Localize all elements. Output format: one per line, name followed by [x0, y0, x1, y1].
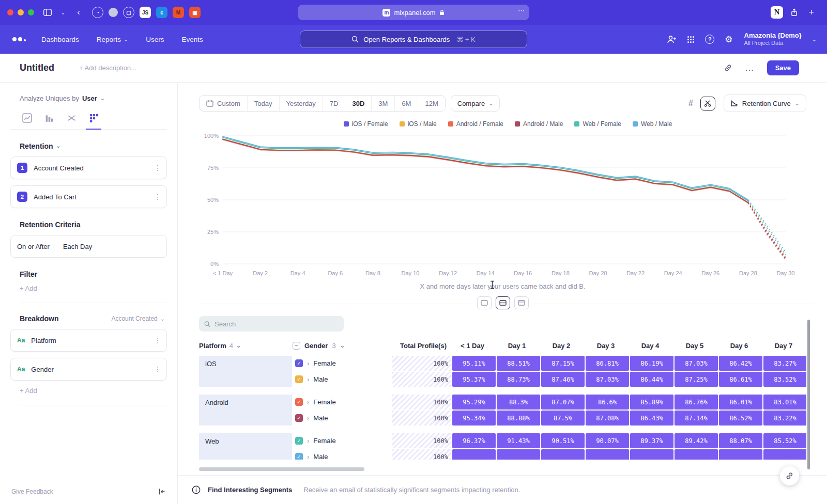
extension-blue-c-icon[interactable]: c: [156, 7, 167, 18]
gender-cell[interactable]: ✓›Male: [293, 449, 391, 460]
maximize-window-button[interactable]: [28, 9, 34, 15]
retention-value-cell[interactable]: 91.43%: [497, 433, 540, 448]
column-header-day-7[interactable]: Day 7: [762, 342, 805, 350]
extension-cube-icon[interactable]: ▢: [123, 7, 134, 18]
analyze-entity-dropdown[interactable]: User: [82, 94, 97, 102]
expand-chevron-icon[interactable]: ›: [307, 375, 309, 383]
share-icon[interactable]: [790, 8, 798, 17]
compare-button[interactable]: Compare ⌄: [451, 95, 500, 112]
legend-web-male[interactable]: Web / Male: [633, 120, 672, 128]
range-custom[interactable]: Custom: [200, 96, 247, 111]
retention-line-chart[interactable]: 100%75%50%25%0%< 1 DayDay 2Day 4Day 6Day…: [199, 130, 814, 279]
column-header-platform[interactable]: Platform 4 ⌄: [199, 342, 292, 350]
select-all-checkbox[interactable]: −: [293, 342, 300, 350]
nav-item-reports[interactable]: Reports⌄: [97, 36, 129, 43]
nav-item-users[interactable]: Users: [146, 36, 164, 43]
annotations-toggle[interactable]: [700, 97, 715, 111]
checkbox-icon[interactable]: ✓: [295, 398, 303, 406]
platform-cell[interactable]: iOS: [199, 356, 292, 387]
expand-chevron-icon[interactable]: ›: [307, 414, 309, 422]
column-header-1-day[interactable]: < 1 Day: [451, 342, 494, 350]
breakdown-scope-dropdown[interactable]: Account Created ⌄: [111, 315, 167, 322]
gridlines-toggle-icon[interactable]: #: [688, 99, 693, 108]
retention-value-cell[interactable]: 87.25%: [675, 372, 718, 387]
breakdown-gender[interactable]: AaGender⋮: [10, 358, 167, 381]
gender-cell[interactable]: ✓›Female: [293, 395, 391, 410]
legend-android-male[interactable]: Android / Male: [515, 120, 563, 128]
retention-step-added-to-cart[interactable]: 2Added To Cart⋮: [10, 185, 167, 208]
retention-value-cell[interactable]: 86.6%: [586, 395, 629, 410]
retention-value-cell[interactable]: 95.11%: [452, 356, 496, 371]
extension-timer-icon[interactable]: ◔: [92, 7, 103, 18]
platform-cell[interactable]: Android: [199, 395, 292, 426]
checkbox-icon[interactable]: ✓: [295, 437, 303, 445]
chevron-down-icon[interactable]: ⌄: [57, 6, 69, 19]
expand-chevron-icon[interactable]: ›: [307, 398, 309, 406]
checkbox-icon[interactable]: ✓: [295, 414, 303, 422]
column-header-day-5[interactable]: Day 5: [673, 342, 716, 350]
column-header-total-profiles[interactable]: Total Profile(s): [391, 342, 450, 350]
range-12m[interactable]: 12M: [418, 96, 445, 111]
legend-ios-female[interactable]: iOS / Female: [344, 120, 388, 128]
retention-value-cell[interactable]: [719, 449, 762, 460]
mixpanel-logo-icon[interactable]: [12, 37, 26, 41]
retention-value-cell[interactable]: 87.15%: [541, 356, 585, 371]
retention-value-cell[interactable]: 90.51%: [541, 433, 585, 448]
project-switcher[interactable]: Amazonia {Demo} All Project Data: [744, 32, 802, 47]
retention-value-cell[interactable]: 87.08%: [586, 411, 629, 426]
apps-grid-icon[interactable]: [687, 36, 695, 43]
retention-value-cell[interactable]: 95.34%: [452, 411, 496, 426]
retention-value-cell[interactable]: 88.3%: [497, 395, 540, 410]
minimize-window-button[interactable]: [18, 9, 24, 15]
legend-ios-male[interactable]: iOS / Male: [400, 120, 437, 128]
retention-value-cell[interactable]: 87.14%: [675, 411, 718, 426]
retention-value-cell[interactable]: 88.88%: [497, 411, 540, 426]
breakdown-add-button[interactable]: + Add: [20, 387, 167, 405]
retention-value-cell[interactable]: 87.03%: [675, 356, 718, 371]
table-search[interactable]: [199, 316, 344, 332]
nav-item-events[interactable]: Events: [182, 36, 203, 43]
help-icon[interactable]: ?: [705, 35, 714, 44]
notion-extension-icon[interactable]: N: [771, 6, 783, 19]
find-segments-link[interactable]: Find Interesting Segments: [208, 486, 292, 494]
kebab-menu-icon[interactable]: ⋮: [154, 336, 161, 344]
range-7d[interactable]: 7D: [323, 96, 345, 111]
share-link-fab[interactable]: [780, 466, 799, 485]
column-header-day-4[interactable]: Day 4: [629, 342, 672, 350]
retention-value-cell[interactable]: 88.73%: [497, 372, 540, 387]
retention-value-cell[interactable]: 83.01%: [763, 395, 806, 410]
save-button[interactable]: Save: [767, 60, 799, 75]
expand-chevron-icon[interactable]: ›: [307, 453, 309, 460]
retention-value-cell[interactable]: 83.27%: [763, 356, 806, 371]
retention-value-cell[interactable]: [763, 449, 806, 460]
retention-value-cell[interactable]: 87.5%: [541, 411, 585, 426]
kebab-menu-icon[interactable]: ⋮: [154, 365, 161, 373]
retention-value-cell[interactable]: 86.44%: [630, 372, 673, 387]
retention-value-cell[interactable]: 85.89%: [630, 395, 673, 410]
global-search-button[interactable]: Open Reports & Dashboards ⌘ + K: [300, 30, 527, 48]
retention-value-cell[interactable]: 89.37%: [630, 433, 673, 448]
column-header-day-1[interactable]: Day 1: [495, 342, 539, 350]
column-header-day-6[interactable]: Day 6: [717, 342, 761, 350]
gender-cell[interactable]: ✓›Male: [293, 411, 391, 426]
retention-value-cell[interactable]: 86.52%: [719, 411, 762, 426]
retention-value-cell[interactable]: [497, 449, 540, 460]
range-yesterday[interactable]: Yesterday: [279, 96, 323, 111]
retention-value-cell[interactable]: 90.07%: [586, 433, 629, 448]
retention-value-cell[interactable]: 86.19%: [630, 356, 673, 371]
tab-insights[interactable]: [22, 113, 32, 123]
horizontal-scrollbar[interactable]: [199, 467, 364, 471]
column-header-day-2[interactable]: Day 2: [540, 342, 583, 350]
retention-step-account-created[interactable]: 1Account Created⋮: [10, 156, 167, 179]
copy-link-icon[interactable]: [724, 64, 732, 72]
extension-red-badge-icon[interactable]: M: [173, 7, 184, 18]
tab-funnels[interactable]: [44, 113, 54, 123]
retention-value-cell[interactable]: 87.03%: [586, 372, 629, 387]
new-tab-button[interactable]: +: [805, 6, 818, 19]
chart-type-dropdown[interactable]: Retention Curve ⌄: [724, 94, 806, 112]
retention-value-cell[interactable]: 87.07%: [541, 395, 585, 410]
report-description-placeholder[interactable]: + Add description...: [79, 64, 136, 72]
column-header-day-3[interactable]: Day 3: [584, 342, 627, 350]
breakdown-platform[interactable]: AaPlatform⋮: [10, 329, 167, 352]
gender-cell[interactable]: ✓›Female: [293, 356, 391, 371]
